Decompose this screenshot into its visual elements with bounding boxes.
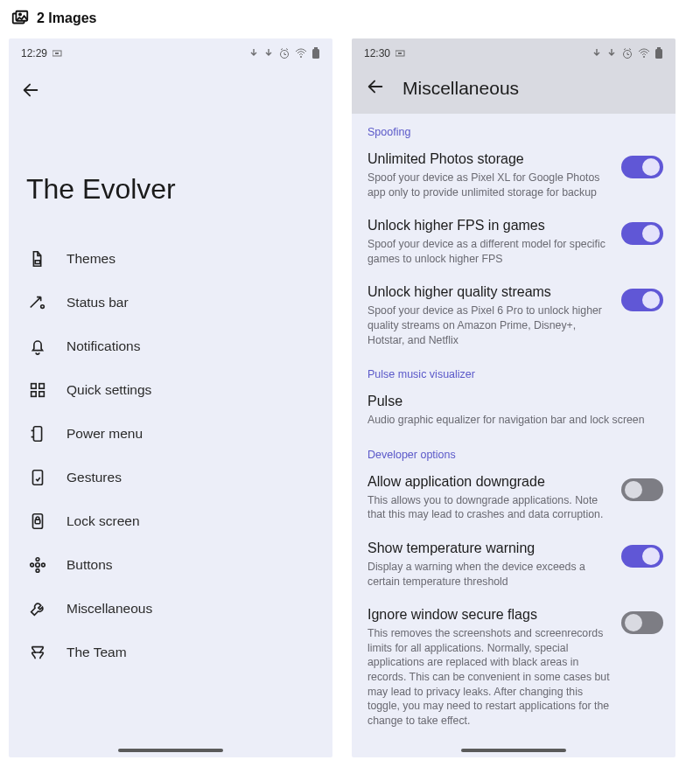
back-arrow-icon: [366, 77, 385, 96]
menu-label: Buttons: [66, 557, 113, 573]
wrench-icon: [28, 599, 47, 618]
pref-desc: Spoof your device as a different model f…: [368, 237, 614, 266]
bell-icon: [28, 337, 47, 356]
toggle-unlimited-photos[interactable]: [621, 156, 663, 178]
page-title: Miscellaneous: [402, 78, 519, 99]
battery-icon: [312, 47, 320, 59]
images-icon: [10, 9, 30, 28]
page-title: The Evolver: [9, 112, 332, 232]
svg-point-6: [300, 56, 302, 58]
pref-title: Unlimited Photos storage: [368, 150, 614, 168]
menu-label: Quick settings: [66, 382, 151, 398]
toggle-ignore-secure-flags[interactable]: [621, 611, 663, 634]
arrow-down-icon: [263, 48, 274, 59]
pref-title: Ignore window secure flags: [368, 606, 614, 624]
svg-point-23: [42, 563, 46, 567]
menu-label: Power menu: [66, 426, 143, 442]
toggle-temp-warning[interactable]: [621, 545, 663, 568]
toggle-unlock-fps[interactable]: [621, 222, 663, 245]
menu-item-miscellaneous[interactable]: Miscellaneous: [16, 587, 326, 631]
buttons-icon: [28, 555, 47, 575]
pref-allow-downgrade[interactable]: Allow application downgrade This allows …: [352, 464, 676, 531]
svg-rect-16: [33, 471, 43, 485]
pref-pulse[interactable]: Pulse Audio graphic equalizer for naviga…: [352, 384, 676, 436]
svg-rect-15: [33, 427, 41, 442]
menu-label: Miscellaneous: [66, 601, 152, 617]
pref-unlock-fps[interactable]: Unlock higher FPS in games Spoof your de…: [352, 208, 676, 275]
menu-item-buttons[interactable]: Buttons: [16, 543, 326, 587]
grid-icon: [28, 380, 47, 400]
svg-rect-29: [657, 47, 661, 49]
pref-desc: Spoof your device as Pixel 6 Pro to unlo…: [368, 303, 614, 347]
wifi-icon: [638, 48, 650, 59]
team-icon: [28, 643, 47, 662]
gallery-count: 2 Images: [37, 10, 96, 26]
pref-desc: Audio graphic equalizer for navigation b…: [368, 413, 663, 428]
gesture-icon: [28, 468, 47, 487]
status-bar: 12:29: [9, 38, 332, 65]
section-label-developer: Developer options: [352, 436, 676, 464]
menu-label: Lock screen: [66, 513, 140, 529]
status-bar: 12:30: [352, 38, 676, 65]
back-arrow-icon: [21, 80, 40, 100]
svg-rect-8: [314, 47, 318, 49]
pref-temp-warning[interactable]: Show temperature warning Display a warni…: [352, 531, 676, 597]
svg-point-10: [41, 305, 45, 309]
svg-point-2: [19, 13, 21, 15]
section-label-pulse: Pulse music visualizer: [352, 356, 676, 384]
pref-title: Show temperature warning: [368, 540, 614, 557]
pref-ignore-secure-flags[interactable]: Ignore window secure flags This removes …: [352, 597, 676, 736]
toggle-allow-downgrade[interactable]: [621, 478, 663, 501]
svg-point-21: [36, 569, 39, 573]
nav-handle[interactable]: [461, 749, 566, 752]
svg-rect-14: [39, 392, 45, 397]
arrow-down-icon: [606, 48, 617, 59]
lock-icon: [28, 512, 47, 531]
menu-label: Gestures: [66, 470, 122, 485]
svg-point-19: [36, 563, 40, 568]
menu-label: The Team: [66, 645, 127, 660]
menu-item-gestures[interactable]: Gestures: [16, 456, 326, 499]
menu-item-themes[interactable]: Themes: [16, 237, 326, 281]
wifi-icon: [295, 48, 307, 59]
menu-item-powermenu[interactable]: Power menu: [16, 412, 326, 456]
pref-title: Unlock higher FPS in games: [368, 217, 614, 234]
menu-item-quicksettings[interactable]: Quick settings: [16, 368, 326, 412]
svg-rect-7: [312, 49, 319, 59]
pref-title: Unlock higher quality streams: [368, 283, 614, 301]
svg-point-20: [36, 558, 39, 561]
toggle-unlock-streams[interactable]: [621, 289, 663, 311]
status-time: 12:29: [21, 47, 47, 59]
screenshot-evolver: 12:29 The Evolver Themes: [9, 38, 332, 757]
svg-point-22: [31, 563, 34, 567]
alarm-icon: [621, 47, 634, 59]
back-button[interactable]: [21, 87, 40, 102]
back-button[interactable]: [366, 77, 385, 100]
svg-rect-9: [35, 261, 40, 264]
pref-title: Allow application downgrade: [368, 473, 614, 491]
status-chip-icon: [52, 49, 65, 58]
themes-icon: [28, 249, 47, 268]
svg-rect-25: [398, 52, 402, 54]
menu-item-team[interactable]: The Team: [16, 631, 326, 674]
svg-rect-12: [39, 384, 45, 389]
svg-point-27: [643, 56, 645, 58]
pref-desc: Spoof your device as Pixel XL for Google…: [368, 171, 614, 199]
pref-unlimited-photos[interactable]: Unlimited Photos storage Spoof your devi…: [352, 142, 676, 208]
svg-rect-11: [32, 384, 37, 389]
pref-unlock-streams[interactable]: Unlock higher quality streams Spoof your…: [352, 275, 676, 356]
menu-item-lockscreen[interactable]: Lock screen: [16, 499, 326, 543]
power-icon: [28, 424, 47, 443]
nav-handle[interactable]: [118, 749, 223, 752]
gallery-header: 2 Images: [0, 0, 700, 38]
pref-desc: Display a warning when the device exceed…: [368, 560, 614, 589]
pref-title: Pulse: [368, 393, 663, 410]
screenshot-miscellaneous: 12:30 Miscellaneous Spoof: [352, 38, 676, 757]
battery-icon: [654, 47, 663, 59]
menu-item-statusbar[interactable]: Status bar: [16, 281, 326, 324]
menu-item-notifications[interactable]: Notifications: [16, 324, 326, 368]
status-chip-icon: [396, 49, 408, 58]
pref-desc: This removes the screenshots and screenr…: [368, 626, 614, 728]
alarm-icon: [278, 47, 290, 59]
menu-list: Themes Status bar Notifications Quick se…: [9, 232, 332, 680]
